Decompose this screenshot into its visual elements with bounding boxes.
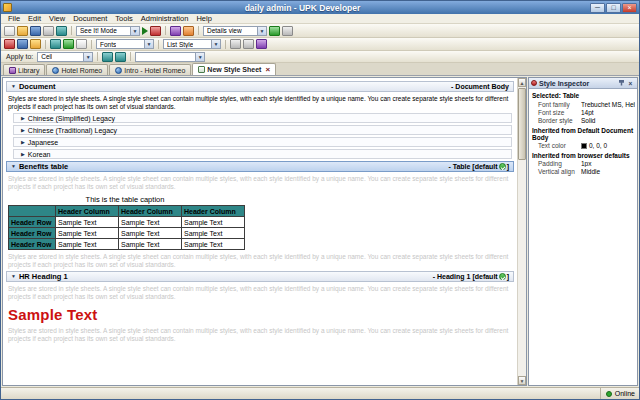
align-icon[interactable] [256,39,267,49]
scrollbar-thumb[interactable] [518,88,526,160]
property-value[interactable]: Middle [581,168,635,175]
list-style-select[interactable]: List Style ▼ [163,39,221,49]
numbered-list-icon[interactable] [243,39,254,49]
chevron-down-icon[interactable]: ▼ [211,40,220,48]
table-cell[interactable]: Sample Text [56,228,119,239]
play-icon[interactable] [142,27,148,35]
view-select[interactable]: Details view ▼ [203,26,267,36]
table-cell[interactable]: Sample Text [119,228,182,239]
maximize-button[interactable]: □ [606,3,621,13]
help-icon[interactable] [282,26,293,36]
chevron-down-icon[interactable]: ▼ [144,40,153,48]
chevron-down-icon[interactable]: ▼ [257,27,266,35]
highlight-icon[interactable] [30,39,41,49]
insert-column-icon[interactable] [115,52,126,62]
collapse-arrow-icon[interactable]: ▼ [11,164,16,169]
inspector-group-inherited-browser[interactable]: Inherited from browser defaults [532,152,635,159]
print-icon[interactable] [43,26,54,36]
apply-to-select[interactable]: Cell ▼ [37,52,93,62]
refresh-icon[interactable] [183,26,194,36]
chevron-down-icon[interactable]: ▼ [130,27,139,35]
link-icon[interactable] [50,39,61,49]
expand-arrow-icon[interactable]: ▶ [21,152,25,157]
scrollbar-track[interactable] [518,161,526,376]
table-cell[interactable]: Sample Text [119,217,182,228]
table-cell[interactable]: Sample Text [182,217,245,228]
minimize-button[interactable]: ─ [590,3,605,13]
collapse-arrow-icon[interactable]: ▼ [11,274,16,279]
pin-icon[interactable] [617,79,626,88]
inspector-row-font-family: Font family Trebuchet MS, Helve... [538,101,635,108]
table-row-header-cell[interactable]: Header Row [9,239,56,250]
table-header-cell[interactable]: Header Column [119,206,182,217]
save-icon[interactable] [30,26,41,36]
table-header-cell[interactable] [9,206,56,217]
section-header-document[interactable]: ▼ Document - Document Body [6,81,514,92]
table-cell[interactable]: Sample Text [56,239,119,250]
inspector-group-inherited-document[interactable]: Inherited from Default Document Body [532,127,635,141]
property-value[interactable]: 1px [581,160,635,167]
expand-arrow-icon[interactable]: ▶ [21,116,25,121]
table-row-header-cell[interactable]: Header Row [9,228,56,239]
tab-intro-hotel-romeo[interactable]: Intro - Hotel Romeo [109,64,191,75]
playback-mode-select[interactable]: See It! Mode ▼ [76,26,140,36]
new-document-icon[interactable] [4,26,15,36]
bullet-list-icon[interactable] [230,39,241,49]
table-cell[interactable]: Sample Text [182,239,245,250]
insert-row-icon[interactable] [102,52,113,62]
preview-icon[interactable] [56,26,67,36]
font-color-icon[interactable] [17,39,28,49]
style-select[interactable]: ▼ [135,52,205,62]
section-japanese[interactable]: ▶ Japanese [13,137,512,147]
section-header-benefits-table[interactable]: ▼ Benefits table - Table [default ] [6,161,514,172]
menu-administration[interactable]: Administration [137,14,193,23]
open-icon[interactable] [17,26,28,36]
table-row-header-cell[interactable]: Header Row [9,217,56,228]
chevron-down-icon[interactable]: ▼ [83,53,92,61]
scroll-up-icon[interactable]: ▲ [518,78,526,87]
menu-help[interactable]: Help [192,14,215,23]
menu-edit[interactable]: Edit [24,14,45,23]
menu-file[interactable]: File [4,14,24,23]
chevron-down-icon[interactable]: ▼ [195,53,204,61]
close-button[interactable]: × [622,3,637,13]
inspector-row-border-style: Border style Solid [538,117,635,124]
section-style-label: - Table [default [448,163,497,170]
table-header-cell[interactable]: Header Column [182,206,245,217]
table-cell[interactable]: Sample Text [182,228,245,239]
spellcheck-icon[interactable] [4,39,15,49]
style-inspector-panel: Style Inspector × Selected: Table Font f… [528,77,638,386]
section-header-hr-heading-1[interactable]: ▼ HR Heading 1 - Heading 1 [default ] [6,271,514,282]
table-cell[interactable]: Sample Text [119,239,182,250]
table-icon[interactable] [76,39,87,49]
zoom-icon[interactable] [170,26,181,36]
property-value[interactable]: 0, 0, 0 [581,142,635,149]
table-caption[interactable]: This is the table caption [8,195,242,204]
menu-document[interactable]: Document [69,14,111,23]
property-value[interactable]: 14pt [581,109,635,116]
section-korean[interactable]: ▶ Korean [13,149,512,159]
tab-hotel-romeo[interactable]: Hotel Romeo [46,64,108,75]
image-icon[interactable] [63,39,74,49]
heading-sample-text[interactable]: Sample Text [6,303,514,325]
record-icon[interactable] [150,26,161,36]
publish-icon[interactable] [269,26,280,36]
property-value[interactable]: Solid [581,117,635,124]
section-chinese-traditional[interactable]: ▶ Chinese (Traditional) Legacy [13,125,512,135]
collapse-arrow-icon[interactable]: ▼ [11,84,16,89]
tab-close-icon[interactable]: × [265,66,270,73]
vertical-scrollbar[interactable]: ▲ ▼ [517,78,526,385]
fonts-select[interactable]: Fonts ▼ [96,39,154,49]
scroll-down-icon[interactable]: ▼ [518,376,526,385]
expand-arrow-icon[interactable]: ▶ [21,128,25,133]
tab-library[interactable]: Library [3,64,45,75]
menu-tools[interactable]: Tools [111,14,137,23]
property-value[interactable]: Trebuchet MS, Helve... [581,101,635,108]
menu-view[interactable]: View [45,14,69,23]
close-panel-icon[interactable]: × [626,79,635,88]
table-header-cell[interactable]: Header Column [56,206,119,217]
tab-new-style-sheet[interactable]: New Style Sheet × [192,63,276,75]
expand-arrow-icon[interactable]: ▶ [21,140,25,145]
table-cell[interactable]: Sample Text [56,217,119,228]
section-chinese-simplified[interactable]: ▶ Chinese (Simplified) Legacy [13,113,512,123]
